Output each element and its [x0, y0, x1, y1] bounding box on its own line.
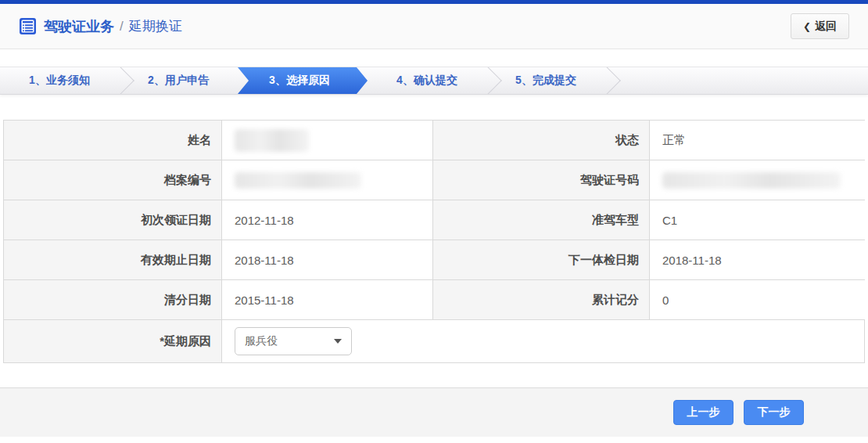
table-row: 有效期止日期 2018-11-18 下一体检日期 2018-11-18 [4, 240, 864, 280]
step-4-confirm-submit[interactable]: 4、确认提交 [368, 67, 486, 94]
points-clear-date-value: 2015-11-18 [222, 280, 433, 319]
previous-step-button[interactable]: 上一步 [673, 400, 733, 425]
redacted-name-value [235, 129, 309, 152]
back-button[interactable]: ❮ 返回 [791, 13, 849, 39]
first-issue-date-value: 2012-11-18 [222, 200, 433, 240]
extension-reason-selected: 服兵役 [245, 334, 334, 348]
status-label: 状态 [433, 121, 650, 160]
next-physical-date-label: 下一体检日期 [433, 240, 650, 279]
valid-until-label: 有效期止日期 [4, 240, 222, 279]
page-title-primary: 驾驶证业务 [44, 17, 114, 36]
step-2-user-declaration[interactable]: 2、用户申告 [119, 67, 238, 94]
back-button-label: 返回 [815, 20, 837, 34]
step-label: 4、确认提交 [396, 74, 457, 88]
page-header: 驾驶证业务 / 延期换证 ❮ 返回 [0, 4, 868, 49]
table-row: 档案编号 驾驶证号码 [4, 160, 864, 200]
status-value: 正常 [650, 121, 866, 160]
chevron-left-icon: ❮ [803, 21, 811, 32]
file-number-label: 档案编号 [4, 160, 222, 200]
name-label: 姓名 [4, 121, 222, 160]
vehicle-class-label: 准驾车型 [433, 200, 650, 240]
step-label: 1、业务须知 [29, 74, 90, 88]
next-physical-date-value: 2018-11-18 [650, 240, 866, 279]
license-number-label: 驾驶证号码 [433, 160, 650, 200]
table-row: 清分日期 2015-11-18 累计记分 0 [4, 280, 864, 320]
name-value [222, 121, 433, 160]
footer-action-bar: 上一步 下一步 [0, 387, 868, 437]
redacted-file-number-value [235, 172, 361, 189]
license-number-value [650, 160, 866, 200]
step-3-select-reason-active[interactable]: 3、选择原因 [238, 67, 368, 94]
step-label: 2、用户申告 [148, 74, 209, 88]
next-step-button[interactable]: 下一步 [744, 400, 804, 425]
list-icon [19, 17, 37, 35]
table-row-reason: *延期原因 服兵役 [4, 320, 864, 363]
title-separator: / [120, 19, 124, 34]
step-label: 3、选择原因 [269, 74, 330, 88]
redacted-license-number-value [662, 172, 841, 189]
valid-until-value: 2018-11-18 [222, 240, 433, 279]
points-clear-date-label: 清分日期 [4, 280, 222, 319]
step-progress-bar: 1、业务须知 2、用户申告 3、选择原因 4、确认提交 5、完成提交 [0, 67, 868, 95]
table-row: 姓名 状态 正常 [4, 121, 864, 160]
table-row: 初次领证日期 2012-11-18 准驾车型 C1 [4, 200, 864, 240]
file-number-value [222, 160, 433, 200]
extension-reason-cell: 服兵役 [222, 320, 864, 362]
vehicle-class-value: C1 [650, 200, 866, 240]
step-5-finish-submit[interactable]: 5、完成提交 [486, 67, 605, 94]
extension-reason-select[interactable]: 服兵役 [235, 327, 352, 355]
page-title-secondary: 延期换证 [129, 17, 182, 35]
step-label: 5、完成提交 [515, 74, 576, 88]
extension-reason-label: *延期原因 [4, 320, 222, 362]
license-info-table: 姓名 状态 正常 档案编号 驾驶证号码 初次领证日期 2012-11-18 准驾… [3, 120, 865, 363]
chevron-down-icon [334, 339, 342, 344]
step-1-business-notice[interactable]: 1、业务须知 [0, 67, 119, 94]
accumulated-points-value: 0 [650, 280, 866, 319]
accumulated-points-label: 累计记分 [433, 280, 650, 319]
first-issue-date-label: 初次领证日期 [4, 200, 222, 240]
